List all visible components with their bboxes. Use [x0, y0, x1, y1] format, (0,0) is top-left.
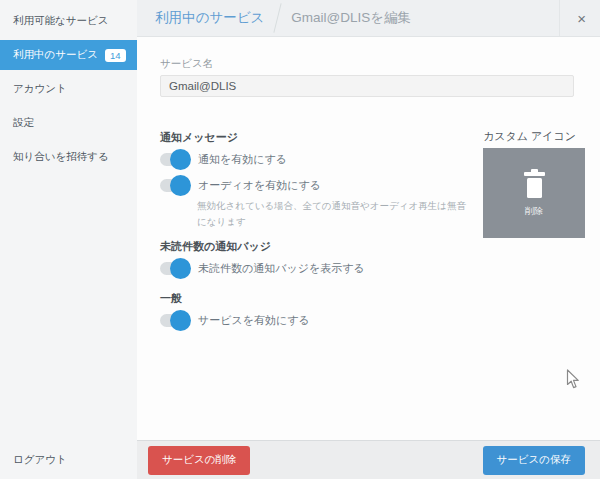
logout-button[interactable]: ログアウト [0, 453, 137, 479]
audio-toggle[interactable] [160, 179, 188, 192]
sidebar-item-label: 利用可能なサービス [13, 14, 108, 28]
service-name-input[interactable] [160, 75, 574, 97]
custom-icon-heading: カスタム アイコン [483, 129, 576, 144]
sidebar-item-label: 利用中のサービス [13, 48, 98, 62]
content-column: 利用中のサービス Gmail@DLISを編集 × サービス名 通知メッセージ 通… [137, 0, 600, 479]
service-name-label: サービス名 [160, 57, 575, 71]
footer-action-bar: サービスの削除 サービスの保存 [137, 440, 600, 479]
audio-mute-note: 無効化されている場合、全ての通知音やオーディオ再生は無音になります [197, 198, 471, 230]
breadcrumb-divider [274, 3, 282, 32]
custom-icon-delete-area[interactable]: 削除 [483, 148, 585, 238]
edit-service-panel: サービス名 通知メッセージ 通知を有効にする オーディオを有効にする 無効化され… [137, 37, 600, 440]
sidebar-item-active-services[interactable]: 利用中のサービス 14 [0, 40, 137, 70]
toggle-knob [170, 310, 191, 331]
trash-icon [522, 169, 547, 198]
notify-toggle-label: 通知を有効にする [198, 152, 287, 167]
close-icon[interactable]: × [559, 0, 600, 36]
sidebar-item-account[interactable]: アカウント [0, 74, 137, 104]
badge-toggle[interactable] [160, 262, 188, 275]
notify-toggle[interactable] [160, 153, 188, 166]
unread-badge-heading: 未読件数の通知バッジ [160, 239, 575, 253]
sidebar-item-label: 設定 [13, 116, 34, 130]
sidebar: 利用可能なサービス 利用中のサービス 14 アカウント 設定 知り合いを招待する… [0, 0, 137, 479]
audio-toggle-label: オーディオを有効にする [198, 178, 321, 193]
delete-icon-label: 削除 [525, 205, 543, 218]
service-enabled-toggle[interactable] [160, 314, 188, 327]
general-heading: 一般 [160, 291, 575, 305]
header-breadcrumb-bar: 利用中のサービス Gmail@DLISを編集 × [137, 0, 600, 37]
delete-service-button[interactable]: サービスの削除 [148, 446, 250, 475]
sidebar-item-settings[interactable]: 設定 [0, 108, 137, 138]
app-window: 利用可能なサービス 利用中のサービス 14 アカウント 設定 知り合いを招待する… [0, 0, 600, 479]
toggle-row-badge: 未読件数の通知バッジを表示する [160, 259, 575, 277]
service-count-badge: 14 [105, 49, 126, 62]
breadcrumb-parent-tab[interactable]: 利用中のサービス [155, 9, 264, 27]
sidebar-item-available-services[interactable]: 利用可能なサービス [0, 6, 137, 36]
service-enabled-toggle-label: サービスを有効にする [198, 313, 310, 328]
badge-toggle-label: 未読件数の通知バッジを表示する [198, 261, 365, 276]
sidebar-item-invite[interactable]: 知り合いを招待する [0, 142, 137, 172]
sidebar-item-label: アカウント [13, 82, 67, 96]
sidebar-nav: 利用可能なサービス 利用中のサービス 14 アカウント 設定 知り合いを招待する [0, 0, 137, 453]
toggle-knob [170, 258, 191, 279]
toggle-knob [170, 175, 191, 196]
toggle-knob [170, 149, 191, 170]
toggle-row-service-enabled: サービスを有効にする [160, 311, 575, 329]
sidebar-item-label: 知り合いを招待する [13, 150, 109, 164]
breadcrumb-current-tab: Gmail@DLISを編集 [291, 9, 411, 27]
save-service-button[interactable]: サービスの保存 [483, 446, 585, 475]
